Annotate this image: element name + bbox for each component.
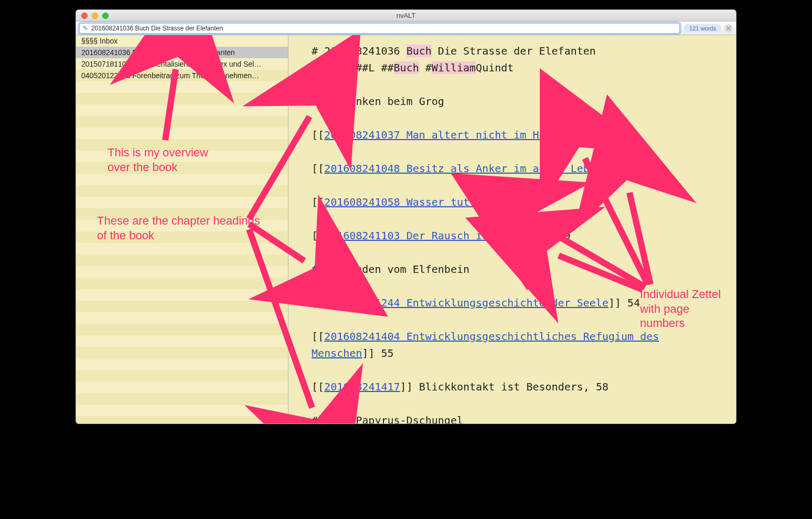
tags-line: tags = ##L ##Buch #WilliamQuindt [312,59,721,76]
wikilink-line: [[201608241103 Der Rausch ist heilig]] 1… [312,227,721,244]
wikilink-line: [[201608241244 Entwicklungsgeschichte de… [312,294,721,311]
minimize-icon[interactable] [92,13,98,19]
window-title: nvALT [76,12,736,19]
wikilink-line: [[201608241037 Man altert nicht im Herze… [312,126,721,143]
list-item[interactable]: §§§§ Inbox [76,35,288,47]
zoom-icon[interactable] [102,13,109,19]
wikilink[interactable]: 201608241103 Der Rausch ist heilig [324,229,539,242]
pencil-icon: ✎ [83,25,88,32]
word-count-badge: 121 words [684,24,721,33]
close-icon[interactable] [81,13,88,19]
search-bar: ✎ 201608241036 Buch Die Strasse der Elef… [76,22,736,35]
heading: ## Legenden vom Elfenbein [312,261,721,278]
wikilink[interactable]: 201608241244 Entwicklungsgeschichte der … [324,296,608,309]
list-item[interactable]: 040520122106 Forenbeitrag zum Thema Abne… [76,70,288,81]
list-item[interactable]: 201507181107 Instrumentalisierung von Se… [76,58,288,70]
wikilink[interactable]: 201608241048 Besitz als Anker im alten L… [324,162,602,175]
note-list[interactable]: §§§§ Inbox 201608241036 Buch Die Strasse… [76,35,289,423]
wikilink[interactable]: 201608241058 Wasser tut gut [324,196,495,208]
titlebar: nvALT [76,10,736,22]
wikilink[interactable]: 201608241037 Man altert nicht im Herzen [324,129,571,141]
app-body: §§§§ Inbox 201608241036 Buch Die Strasse… [76,35,736,423]
wikilink[interactable]: Menschen [312,347,362,359]
search-value: 201608241036 Buch Die Strasse der Elefan… [91,25,223,32]
note-editor[interactable]: # 201608241036 Buch Die Strasse der Elef… [289,35,736,423]
note-title-line: # 201608241036 Buch Die Strasse der Elef… [312,43,721,59]
wikilink-line: Menschen]] 55 [312,345,721,362]
wikilink[interactable]: 201608241417 [324,380,400,393]
list-item[interactable]: 201608241036 Buch Die Strasse der Elefan… [76,47,288,58]
search-input[interactable]: ✎ 201608241036 Buch Die Strasse der Elef… [79,23,680,34]
wikilink[interactable]: 201608241404 Entwicklungsgeschichtliches… [324,330,659,343]
heading: ## Der Papyrus-Dschungel [312,412,721,423]
clear-search-button[interactable]: ✕ [724,24,733,33]
heading: ## Gedanken beim Grog [312,93,721,110]
window-controls [76,13,109,19]
wikilink-line: [[201608241048 Besitz als Anker im alten… [312,160,721,177]
wikilink-line: [[201608241404 Entwicklungsgeschichtlich… [312,328,721,345]
wikilink-line: [[201608241417]] Blickkontakt ist Besond… [312,378,721,395]
wikilink-line: [[201608241058 Wasser tut gut]] 17 [312,194,721,210]
app-window: nvALT ✎ 201608241036 Buch Die Strasse de… [76,9,736,424]
